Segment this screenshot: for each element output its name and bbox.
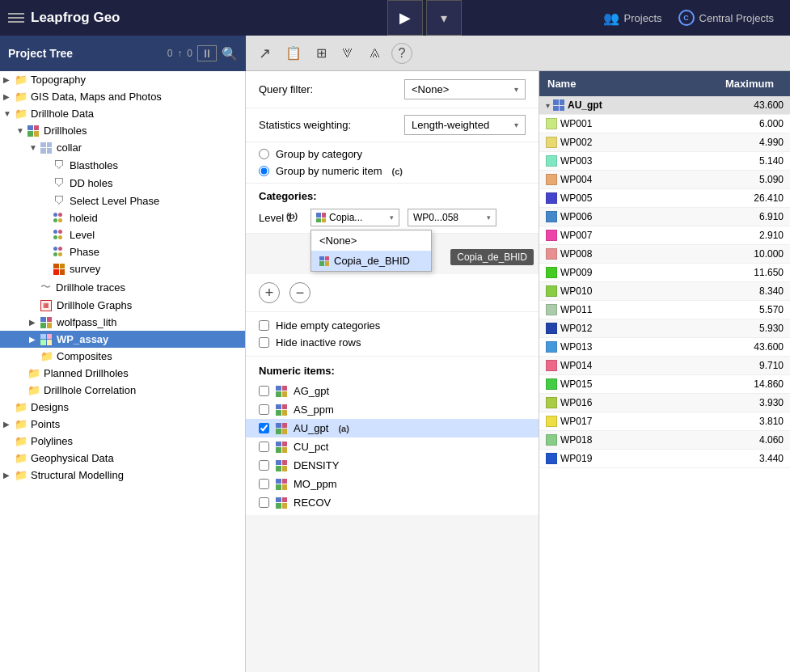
table-row[interactable]: WP0125.930 [539, 319, 790, 338]
drillhole-data-label: Drillhole Data [31, 108, 94, 120]
sidebar-item-composites[interactable]: 📁 Composites [0, 348, 245, 365]
table-row[interactable]: WP0173.810 [539, 412, 790, 431]
au-gpt-label: AU_gpt [294, 422, 328, 434]
projects-button[interactable]: 👥 Projects [603, 11, 662, 26]
collapse-all-button[interactable]: ⩔ [336, 44, 359, 63]
sidebar-item-drillhole-traces[interactable]: 〜 Drillhole traces [0, 277, 245, 297]
table-row[interactable]: WP00810.000 [539, 245, 790, 264]
group-by-category-radio[interactable]: Group by category [259, 146, 526, 163]
color-swatch [546, 360, 557, 371]
sidebar-item-collar[interactable]: ▼ collar [0, 139, 245, 156]
sidebar-item-points[interactable]: ▶ 📁 Points [0, 416, 245, 433]
table-row[interactable]: WP0072.910 [539, 226, 790, 245]
num-item-ag[interactable]: AG_gpt [246, 382, 539, 400]
row-name: WP006 [560, 211, 592, 222]
level1-dropdown1[interactable]: Copia... ▾ [311, 209, 399, 226]
sidebar-item-select-level-phase[interactable]: ⛉ Select Level Phase [0, 192, 245, 209]
table-row[interactable]: WP0045.090 [539, 171, 790, 189]
search-icon[interactable]: 🔍 [222, 46, 238, 61]
color-swatch [546, 341, 557, 353]
dropdown-button[interactable]: ▾ [426, 0, 462, 36]
sidebar-item-phase[interactable]: Phase [0, 243, 245, 260]
central-projects-button[interactable]: C Central Projects [678, 10, 774, 26]
geophysical-data-label: Geophysical Data [31, 452, 114, 464]
table-row[interactable]: WP0149.710 [539, 357, 790, 375]
table-row[interactable]: WP01514.860 [539, 375, 790, 394]
num-item-mo[interactable]: MO_ppm [246, 475, 539, 493]
color-swatch [546, 453, 557, 464]
query-filter-select[interactable]: <None> ▾ [404, 79, 526, 99]
none-option[interactable]: <None> [311, 230, 431, 251]
expand-all-button[interactable]: ⩓ [364, 44, 387, 63]
row-max: 9.710 [717, 357, 790, 374]
table-row[interactable]: WP0066.910 [539, 208, 790, 226]
wolfpass-lith-label: wolfpass_lith [57, 316, 116, 328]
app-title: Leapfrog Geo [31, 10, 120, 26]
sidebar-item-drillhole-data[interactable]: ▼ 📁 Drillhole Data [0, 105, 245, 122]
sidebar-item-blastholes[interactable]: ⛉ Blastholes [0, 156, 245, 174]
table-row[interactable]: WP00526.410 [539, 189, 790, 208]
num-item-au[interactable]: AU_gpt (a) [246, 419, 539, 437]
copy-button[interactable]: 📋 [281, 43, 306, 63]
expand-icon[interactable]: ▾ [546, 101, 550, 110]
num-item-recov[interactable]: RECOV [246, 493, 539, 512]
sidebar-item-structural-modelling[interactable]: ▶ 📁 Structural Modelling [0, 467, 245, 484]
hide-inactive-check[interactable]: Hide inactive rows [259, 334, 526, 351]
play-button[interactable]: ▶ [387, 0, 423, 36]
export-button[interactable]: ↗ [254, 42, 276, 65]
sidebar-item-drillholes[interactable]: ▼ Drillholes [0, 122, 245, 139]
table-row[interactable]: WP0108.340 [539, 282, 790, 301]
table-row[interactable]: ▾AU_gpt43.600 [539, 96, 790, 115]
color-swatch [546, 137, 557, 148]
row-max: 3.810 [717, 412, 790, 430]
stats-weighting-select[interactable]: Length-weighted ▾ [404, 115, 526, 135]
table-row[interactable]: WP0193.440 [539, 450, 790, 468]
num-item-as[interactable]: AS_ppm [246, 400, 539, 419]
sidebar-item-dd-holes[interactable]: ⛉ DD holes [0, 174, 245, 192]
sidebar-item-holeid[interactable]: holeid [0, 209, 245, 226]
sidebar-item-drillhole-correlation[interactable]: 📁 Drillhole Correlation [0, 382, 245, 399]
sidebar-item-wp-assay[interactable]: ▶ WP_assay [0, 331, 245, 348]
sidebar-item-survey[interactable]: survey [0, 260, 245, 277]
level1-dropdown2[interactable]: WP0...058 ▾ [408, 209, 496, 226]
sidebar-item-geophysical-data[interactable]: 📁 Geophysical Data [0, 450, 245, 467]
help-button[interactable]: ? [391, 43, 412, 64]
query-filter-row: Query filter: <None> ▾ [246, 71, 539, 108]
phase-label: Phase [70, 246, 99, 258]
group-by-numeric-radio[interactable]: Group by numeric item (c) [259, 163, 526, 180]
topography-label: Topography [31, 74, 86, 86]
sidebar-item-polylines[interactable]: 📁 Polylines [0, 433, 245, 450]
copia-option[interactable]: Copia_de_BHID [311, 251, 431, 271]
sidebar-item-gis[interactable]: ▶ 📁 GIS Data, Maps and Photos [0, 88, 245, 105]
num-item-cu[interactable]: CU_pct [246, 437, 539, 456]
drillhole-traces-label: Drillhole traces [56, 281, 125, 294]
group-by-numeric-label: Group by numeric item [276, 165, 382, 177]
sidebar-item-topography[interactable]: ▶ 📁 Topography [0, 71, 245, 88]
hide-empty-check[interactable]: Hide empty categories [259, 317, 526, 334]
color-swatch [546, 285, 557, 297]
table-row[interactable]: WP0184.060 [539, 431, 790, 450]
num-item-density[interactable]: DENSITY [246, 456, 539, 475]
table-row[interactable]: WP0016.000 [539, 115, 790, 133]
table-row[interactable]: WP0163.930 [539, 394, 790, 412]
sidebar-item-drillhole-graphs[interactable]: ▦ Drillhole Graphs [0, 297, 245, 314]
central-projects-label: Central Projects [699, 12, 774, 24]
table-row[interactable]: WP00911.650 [539, 264, 790, 282]
sidebar-item-planned-drillholes[interactable]: 📁 Planned Drillholes [0, 365, 245, 382]
add-category-button[interactable]: + [259, 282, 280, 303]
up-arrow-icon: ↑ [177, 48, 182, 59]
recov-label: RECOV [294, 497, 331, 509]
sidebar-item-level[interactable]: Level [0, 226, 245, 243]
row-name: WP008 [560, 248, 592, 260]
table-row[interactable]: WP0035.140 [539, 152, 790, 171]
row-max: 5.930 [717, 319, 790, 337]
remove-category-button[interactable]: − [289, 282, 311, 303]
table-row[interactable]: WP0115.570 [539, 301, 790, 319]
collar-label: collar [57, 142, 82, 154]
grid-button[interactable]: ⊞ [311, 43, 332, 63]
menu-icon[interactable] [8, 13, 24, 23]
table-row[interactable]: WP0024.990 [539, 133, 790, 152]
sidebar-item-wolfpass-lith[interactable]: ▶ wolfpass_lith [0, 314, 245, 331]
table-row[interactable]: WP01343.600 [539, 338, 790, 357]
sidebar-item-designs[interactable]: 📁 Designs [0, 399, 245, 416]
